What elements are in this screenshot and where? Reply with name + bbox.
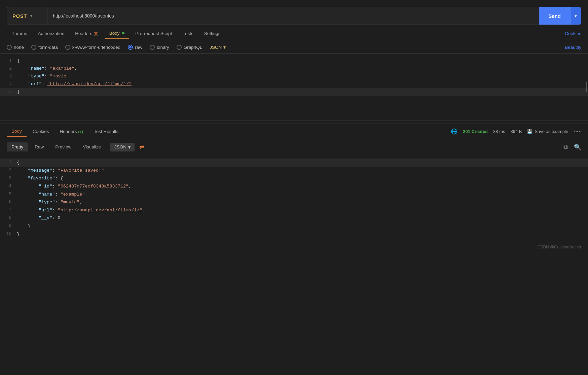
radio-raw[interactable]: raw [128,45,142,50]
resp-view-pretty[interactable]: Pretty [7,142,28,151]
send-button[interactable]: Send [539,7,570,25]
request-line-5: 5} [0,88,588,96]
response-line-8: 8 "__v": 0 [0,214,588,222]
headers-badge: (8) [94,31,99,36]
response-body-editor: 1{2 "message": "Favorite saved!",3 "favo… [0,155,588,241]
response-size: 394 B [510,129,522,134]
request-line-3: 3 "type": "movie", [0,73,588,80]
chevron-down-icon: ▾ [30,13,32,18]
editor-scrollbar[interactable] [586,82,587,92]
tab-body[interactable]: Body [105,28,130,39]
send-dropdown-button[interactable]: ▾ [570,7,581,25]
json-format-dropdown[interactable]: JSON ▾ [210,44,226,50]
radio-circle-none [7,45,12,50]
resp-headers-badge: (7) [78,129,83,134]
radio-circle-raw [128,45,133,50]
tab-settings[interactable]: Settings [199,28,225,39]
radio-circle-graphql [177,45,182,50]
resp-view-preview[interactable]: Preview [50,142,76,151]
tab-prerequest[interactable]: Pre-request Script [131,28,177,39]
response-line-7: 7 "url": "http://swapi.dev/api/films/1/"… [0,206,588,214]
body-dot-indicator [122,32,124,34]
response-line-1: 1{ [0,159,588,167]
tab-headers[interactable]: Headers (8) [70,28,103,39]
search-icon[interactable]: 🔍 [574,143,581,151]
more-options-button[interactable]: ••• [574,129,581,135]
resp-view-raw[interactable]: Raw [30,142,48,151]
resp-tab-headers[interactable]: Headers (7) [55,126,88,137]
resp-tab-test-results[interactable]: Test Results [89,126,123,137]
request-line-1: 1{ [0,57,588,65]
chevron-down-icon: ▾ [128,144,131,150]
response-tabs-bar: Body Cookies Headers (7) Test Results 🌐 … [0,124,588,139]
body-type-row: none form-data x-www-form-urlencoded raw… [0,41,588,54]
globe-icon: 🌐 [451,128,457,135]
save-as-example-button[interactable]: 💾 Save as example [527,129,568,134]
resp-view-visualize[interactable]: Visualize [78,142,106,151]
radio-binary[interactable]: binary [150,45,169,50]
save-icon: 💾 [527,129,532,134]
response-line-6: 6 "type": "movie", [0,198,588,206]
url-bar: POST ▾ Send ▾ [7,7,581,25]
request-tabs: Params Authorization Headers (8) Body Pr… [0,26,588,41]
radio-circle-form-data [31,45,36,50]
copy-icon[interactable]: ⧉ [563,143,568,150]
method-selector[interactable]: POST ▾ [7,7,47,25]
radio-graphql[interactable]: GraphQL [177,45,203,50]
radio-circle-urlencoded [65,45,70,50]
send-btn-group: Send ▾ [539,7,581,25]
request-line-2: 2 "name": "example", [0,65,588,73]
resp-json-dropdown[interactable]: JSON ▾ [110,143,135,151]
response-line-10: 10} [0,230,588,238]
response-line-2: 2 "message": "Favorite saved!", [0,167,588,175]
radio-urlencoded[interactable]: x-www-form-urlencoded [65,45,120,50]
beautify-button[interactable]: Beautify [565,45,581,50]
watermark: CSDN @GoldenaArcher [0,241,588,253]
url-input[interactable] [47,7,539,25]
response-line-4: 4 "_id": "662487d77ecf8348a5833712", [0,182,588,191]
tab-params[interactable]: Params [7,28,32,39]
request-line-4: 4 "url": "http://swapi.dev/api/films/1/" [0,80,588,88]
chevron-down-icon: ▾ [223,44,226,50]
filter-icon[interactable]: ⇌ [139,143,144,151]
request-body-editor[interactable]: 1{2 "name": "example",3 "type": "movie",… [0,54,588,121]
radio-form-data[interactable]: form-data [31,45,58,50]
response-line-9: 9 } [0,222,588,230]
method-label: POST [12,13,27,19]
response-line-5: 5 "name": "example", [0,191,588,199]
response-time: 38 ms [493,129,505,134]
response-section: Body Cookies Headers (7) Test Results 🌐 … [0,124,588,241]
radio-circle-binary [150,45,155,50]
resp-tab-body[interactable]: Body [7,126,27,137]
resp-tab-cookies[interactable]: Cookies [28,126,54,137]
tab-tests[interactable]: Tests [178,28,198,39]
radio-none[interactable]: none [7,45,24,50]
tab-authorization[interactable]: Authorization [33,28,69,39]
response-line-3: 3 "favorite": { [0,174,588,182]
cookies-link[interactable]: Cookies [565,31,581,36]
response-format-bar: Pretty Raw Preview Visualize JSON ▾ ⇌ ⧉ … [0,139,588,155]
response-meta: 🌐 201 Created 38 ms 394 B 💾 Save as exam… [451,128,581,135]
status-badge: 201 Created [463,129,488,134]
